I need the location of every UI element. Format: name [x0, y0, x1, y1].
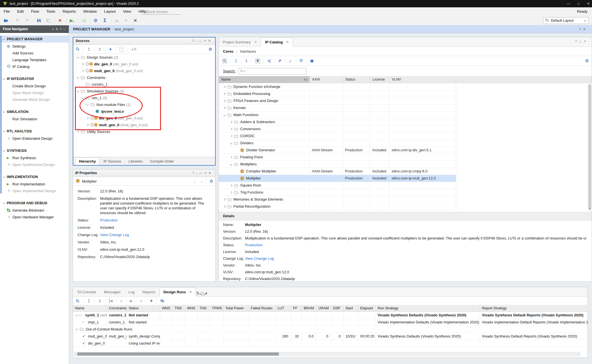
flow-nav-section-header-synthesis[interactable]: SYNTHESIS [0, 147, 69, 154]
maximize-icon[interactable]: □ [200, 171, 204, 175]
flow-nav-section-header-project-manager[interactable]: PROJECT MANAGER [0, 35, 69, 43]
expand-icon[interactable] [245, 59, 248, 63]
chevron-right-icon[interactable] [229, 156, 233, 159]
ip-catalog-row-divider-generator[interactable]: Divider GeneratorAXI4-StreamProductionIn… [219, 147, 592, 154]
float-icon[interactable]: ↗ [204, 171, 209, 175]
flow-nav-item-run-synthesis[interactable]: ▶Run Synthesis [0, 155, 69, 161]
source-tree-item-ipcore-test-v[interactable]: ipcore_test.v [73, 108, 215, 115]
chevron-right-icon[interactable] [81, 69, 85, 73]
quick-access-search[interactable]: Quick Access [141, 9, 180, 15]
chevron-right-icon[interactable] [229, 120, 233, 124]
gear-icon[interactable]: ⚙ [209, 179, 213, 183]
maximize-icon[interactable]: □ [201, 291, 204, 296]
ip-catalog-row-fpga-features-and-design[interactable]: FPGA Features and Design [219, 97, 592, 105]
minimize-icon[interactable]: – [198, 291, 201, 296]
menu-flow[interactable]: Flow [27, 7, 43, 16]
tab-hierarchy[interactable]: Hierarchy [75, 157, 100, 165]
ip-catalog-row-complex-multiplier[interactable]: Complex MultiplierAXI4-StreamProductionI… [219, 168, 592, 175]
column-header-ff[interactable]: FF [291, 305, 302, 312]
chevron-right-icon[interactable] [223, 99, 226, 103]
column-header-whs[interactable]: WHS [185, 305, 197, 312]
ip-catalog-row-embedded-processing[interactable]: Embedded Processing [219, 90, 592, 97]
flow-nav-item-open-synthesized-design[interactable]: Open Synthesized Design [0, 161, 69, 168]
toolbar-report-button[interactable] [113, 17, 120, 24]
tab-compile-order[interactable]: Compile Order [146, 158, 178, 165]
column-header-failed-routes[interactable]: Failed Routes [249, 305, 275, 312]
help-icon[interactable]: ? [575, 40, 579, 43]
close-icon[interactable]: ✕ [254, 38, 257, 46]
ip-catalog-row-memories-storage-elements[interactable]: Memories & Storage Elements [219, 196, 592, 203]
ip-catalog-row-adders-subtracters[interactable]: Adders & Subtracters [219, 119, 592, 126]
toolbar-run-button[interactable]: ▶▾ [68, 17, 76, 24]
chevron-down-icon[interactable] [76, 89, 80, 93]
flow-nav-section-header-implementation[interactable]: IMPLEMENTATION [0, 173, 69, 180]
tab-messages[interactable]: Messages [100, 288, 124, 296]
scroll-down-arrow-icon[interactable] [589, 208, 591, 210]
key-icon[interactable] [289, 59, 292, 63]
menu-layout[interactable]: Layout [100, 7, 119, 16]
source-tree-item-div-gen-0[interactable]: div_gen_0(div_gen_0.xci) [73, 115, 215, 121]
menu-reports[interactable]: Reports [59, 7, 79, 16]
subtab-interfaces[interactable]: Interfaces [240, 49, 256, 54]
column-header-status[interactable]: Status [127, 305, 160, 312]
ip-catalog-row-trig-functions[interactable]: Trig Functions [219, 189, 592, 196]
close-icon[interactable]: ✕ [587, 2, 590, 6]
menu-file[interactable]: File [0, 7, 14, 16]
ip-catalog-row-dividers[interactable]: Dividers [219, 140, 592, 147]
link-view-change-log[interactable]: View Change Log [245, 256, 586, 261]
tab-reports[interactable]: Reports [138, 288, 159, 296]
chevron-right-icon[interactable] [86, 116, 89, 120]
ip-catalog-row-partial-reconfiguration[interactable]: Partial Reconfiguration [219, 203, 592, 210]
flow-nav-item-run-implementation[interactable]: ▶Run Implementation [0, 181, 69, 187]
subtab-cores[interactable]: Cores [223, 49, 233, 54]
column-header-total-power[interactable]: Total Power [223, 305, 249, 312]
column-header-report-strategy[interactable]: Report Strategy [480, 305, 588, 312]
flow-nav-item-open-block-design[interactable]: Open Block Design [0, 90, 69, 96]
flow-nav-section-header-program-and-debug[interactable]: PROGRAM AND DEBUG [0, 199, 69, 207]
flow-nav-section-header-ip-integrator[interactable]: IP INTEGRATOR [0, 75, 69, 82]
column-header-name[interactable]: Name [73, 305, 107, 312]
design-run-row-div-gen-0[interactable]: ✓div_gen_0Using cached IP results [73, 340, 588, 347]
ip-catalog-row-math-functions[interactable]: Math Functions [219, 112, 592, 119]
toolbar-abort-button[interactable]: ✕ [132, 17, 139, 24]
column-header-bram[interactable]: BRAM [302, 305, 316, 312]
menu-edit[interactable]: Edit [14, 7, 27, 16]
chevron-right-icon[interactable] [223, 106, 226, 110]
step-forward-icon[interactable]: » [140, 299, 142, 303]
play-icon[interactable]: ▶ [130, 299, 132, 303]
collapse-icon[interactable] [87, 48, 90, 51]
flow-nav-item-generate-block-design[interactable]: Generate Block Design [0, 96, 69, 103]
ip-catalog-row-square-root[interactable]: Square Root [219, 182, 592, 189]
gear-icon[interactable]: ⚙ [209, 47, 212, 52]
source-tree-item-sim-1[interactable]: sim_1(3) [73, 94, 215, 101]
close-icon[interactable]: ✕ [286, 38, 289, 46]
layout-selector[interactable]: Default Layout ∨ [543, 17, 589, 24]
source-tree-item-div-gen-0[interactable]: div_gen_0(div_gen_0.xci) [73, 61, 215, 67]
doc-question-icon[interactable]: ? [120, 47, 124, 52]
source-tree-item-mult-gen-0[interactable]: mult_gen_0(mult_gen_0.xci) [73, 67, 215, 74]
maximize-icon[interactable]: □ [579, 40, 583, 43]
flow-nav-item-open-implemented-design[interactable]: Open Implemented Design [0, 188, 69, 194]
expand-icon[interactable] [98, 299, 101, 303]
flow-navigator-controls[interactable]: ≡⇅?– [52, 25, 67, 33]
percent-icon[interactable]: % [160, 299, 164, 303]
chevron-down-icon[interactable] [75, 327, 79, 331]
step-first-icon[interactable]: ◀ [109, 299, 112, 303]
ip-catalog-row-cordic[interactable]: CORDIC [219, 133, 592, 140]
minimize-icon[interactable]: — [567, 2, 570, 6]
chevron-right-icon[interactable] [76, 130, 80, 134]
column-header-uram[interactable]: URAM [316, 305, 331, 312]
link-production[interactable]: Production [100, 218, 211, 223]
toolbar-sum-reports-button[interactable]: Σ [101, 17, 109, 24]
help-icon[interactable]: ? [196, 291, 198, 296]
wrench-icon[interactable] [278, 59, 282, 63]
minimize-icon[interactable]: – [196, 39, 199, 43]
column-header-elapsed[interactable]: Elapsed [358, 305, 375, 312]
ip-catalog-row-kernels[interactable]: Kernels [219, 105, 592, 112]
flow-nav-item-language-templates[interactable]: Language Templates [0, 57, 69, 63]
chevron-right-icon[interactable] [223, 198, 226, 201]
chevron-right-icon[interactable] [229, 134, 233, 138]
maximize-icon[interactable]: □ [200, 39, 204, 43]
back-icon[interactable]: ← [193, 179, 197, 183]
float-icon[interactable]: ↗ [204, 39, 208, 43]
